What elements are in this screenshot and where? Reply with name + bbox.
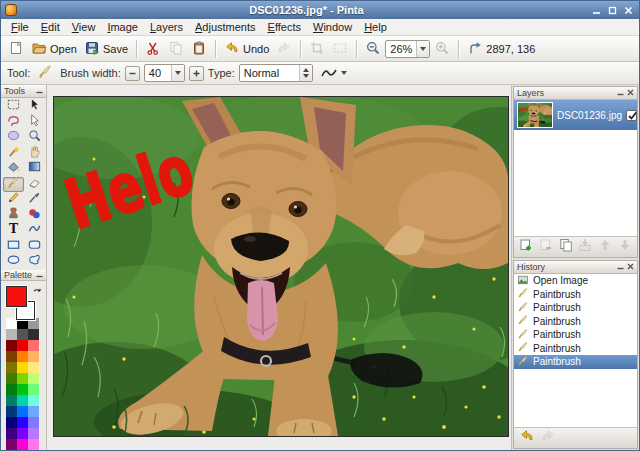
palette-swatch[interactable] — [28, 428, 39, 439]
palette-swatch[interactable] — [6, 417, 17, 428]
deselect-button[interactable] — [329, 38, 351, 60]
canvas-workspace[interactable]: Helo — [47, 85, 511, 450]
menu-view[interactable]: View — [66, 20, 102, 34]
duplicate-layer-icon — [558, 237, 574, 257]
primary-color-swatch[interactable] — [6, 286, 27, 307]
collapse-icon[interactable] — [36, 86, 43, 96]
copy-button[interactable] — [165, 38, 187, 60]
palette-swatch[interactable] — [28, 417, 39, 428]
decrease-brush-width-button[interactable] — [125, 66, 140, 81]
history-item[interactable]: Paintbrush — [514, 288, 637, 302]
palette-swatch[interactable] — [17, 406, 28, 417]
palette-swatch[interactable] — [28, 439, 39, 450]
collapse-icon[interactable] — [617, 262, 624, 272]
zoom-in-button[interactable] — [431, 38, 453, 60]
palette-swatch[interactable] — [6, 329, 17, 340]
palette-swatch[interactable] — [28, 351, 39, 362]
palette-swatch[interactable] — [28, 406, 39, 417]
palette-swatch[interactable] — [17, 373, 28, 384]
palette-swatch[interactable] — [6, 406, 17, 417]
layer-visibility-checkbox[interactable] — [626, 110, 637, 121]
palette-swatch[interactable] — [6, 373, 17, 384]
redo-button[interactable] — [273, 38, 295, 60]
tool-ellipse[interactable] — [3, 254, 24, 270]
curve-style-button[interactable] — [317, 64, 350, 82]
new-image-button[interactable] — [5, 38, 27, 60]
menu-file[interactable]: File — [5, 20, 35, 34]
remove-layer-button[interactable] — [537, 239, 555, 256]
collapse-icon[interactable] — [617, 88, 624, 98]
zoom-out-button[interactable] — [362, 38, 384, 60]
palette-swatch[interactable] — [6, 384, 17, 395]
palette-swatch[interactable] — [17, 439, 28, 450]
menu-window[interactable]: Window — [307, 20, 358, 34]
swap-colors-icon[interactable] — [33, 283, 42, 301]
palette-swatch[interactable] — [17, 384, 28, 395]
palette-swatch[interactable] — [6, 395, 17, 406]
palette-swatch[interactable] — [6, 428, 17, 439]
menu-adjustments[interactable]: Adjustments — [189, 20, 262, 34]
menu-layers[interactable]: Layers — [144, 20, 189, 34]
save-button[interactable]: Save — [81, 38, 131, 60]
palette-swatch[interactable] — [6, 340, 17, 351]
palette-swatch[interactable] — [17, 417, 28, 428]
brush-width-combo[interactable]: 40 — [144, 64, 185, 82]
palette-swatch[interactable] — [6, 351, 17, 362]
crop-to-selection-button[interactable] — [306, 38, 328, 60]
undo-button[interactable] — [517, 430, 536, 447]
increase-brush-width-button[interactable] — [189, 66, 204, 81]
palette-swatch[interactable] — [28, 384, 39, 395]
merge-layer-down-icon — [577, 237, 593, 257]
close-icon[interactable] — [627, 88, 634, 98]
add-layer-button[interactable] — [517, 239, 535, 256]
cut-button[interactable] — [142, 38, 164, 60]
palette-swatch[interactable] — [17, 428, 28, 439]
minimize-button[interactable] — [592, 6, 601, 15]
palette-swatch[interactable] — [17, 362, 28, 373]
palette-swatch[interactable] — [17, 329, 28, 340]
canvas-image[interactable]: Helo — [54, 97, 508, 436]
collapse-icon[interactable] — [36, 270, 43, 280]
title-bar[interactable]: DSC01236.jpg* - Pinta — [1, 1, 639, 19]
palette-swatch[interactable] — [28, 373, 39, 384]
palette-swatch[interactable] — [6, 439, 17, 450]
maximize-button[interactable] — [608, 6, 617, 15]
history-item[interactable]: Paintbrush — [514, 342, 637, 356]
toolbar-separator — [215, 40, 216, 58]
palette-swatch[interactable] — [28, 362, 39, 373]
undo-button[interactable]: Undo — [221, 38, 272, 60]
curve-style-icon — [320, 66, 338, 80]
menu-image[interactable]: Image — [101, 20, 144, 34]
tool-freeform-shape[interactable] — [24, 254, 45, 270]
move-layer-up-button[interactable] — [596, 239, 614, 256]
current-tool-button[interactable] — [34, 62, 56, 84]
redo-button[interactable] — [538, 430, 557, 447]
palette-swatch[interactable] — [28, 329, 39, 340]
palette-swatch[interactable] — [17, 395, 28, 406]
zoom-level-combo[interactable]: 26% — [385, 40, 430, 58]
palette-swatch[interactable] — [6, 362, 17, 373]
move-layer-down-button[interactable] — [616, 239, 634, 256]
merge-layer-down-button[interactable] — [576, 239, 594, 256]
save-label: Save — [103, 43, 128, 55]
close-button[interactable] — [624, 6, 633, 15]
menu-help[interactable]: Help — [358, 20, 393, 34]
menu-edit[interactable]: Edit — [35, 20, 66, 34]
history-item[interactable]: Paintbrush — [514, 301, 637, 315]
image-canvas[interactable]: Helo — [53, 96, 509, 437]
history-item[interactable]: Paintbrush — [514, 328, 637, 342]
duplicate-layer-button[interactable] — [557, 239, 575, 256]
palette-swatch[interactable] — [28, 395, 39, 406]
history-item[interactable]: Paintbrush — [514, 315, 637, 329]
palette-swatch[interactable] — [17, 340, 28, 351]
open-button[interactable]: Open — [28, 38, 80, 60]
palette-swatch[interactable] — [17, 351, 28, 362]
close-icon[interactable] — [627, 262, 634, 272]
history-item[interactable]: Paintbrush — [514, 355, 637, 369]
blend-type-combo[interactable]: Normal — [239, 64, 313, 82]
palette-swatch[interactable] — [28, 340, 39, 351]
menu-effects[interactable]: Effects — [262, 20, 307, 34]
layer-row[interactable]: DSC01236.jpg — [514, 100, 637, 130]
history-item[interactable]: Open Image — [514, 274, 637, 288]
paste-button[interactable] — [188, 38, 210, 60]
